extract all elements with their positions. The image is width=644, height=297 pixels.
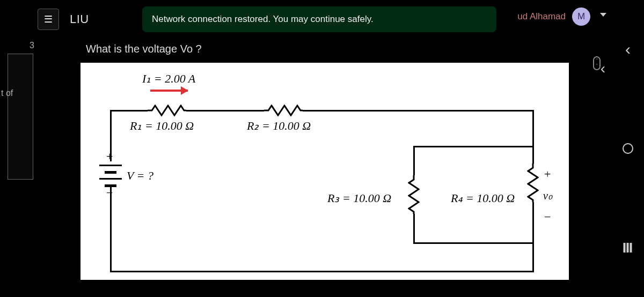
label-v: V = ? — [127, 169, 153, 183]
vo-plus: + — [544, 167, 551, 181]
circle-icon — [622, 143, 634, 154]
label-vo: v₀ — [543, 189, 552, 202]
sidebar-box — [8, 54, 33, 180]
rail-menu-button[interactable] — [619, 239, 636, 256]
sidebar-fragment-bottom: t of — [1, 88, 13, 98]
circuit-diagram: I₁ = 2.00 A R₁ = 10.00 Ω R₂ = 10.00 Ω + … — [80, 63, 569, 280]
label-r2: R₂ = 10.00 Ω — [247, 119, 311, 133]
user-name-label: ud Alhamad — [517, 11, 566, 22]
user-dropdown-caret-icon[interactable] — [600, 13, 606, 17]
svg-rect-1 — [624, 243, 625, 253]
rail-back-button[interactable]: ‹ — [619, 41, 636, 58]
battery-plus: + — [106, 150, 113, 164]
brand-label: LIU — [70, 12, 89, 26]
resistor-vo-icon — [527, 164, 539, 202]
svg-rect-3 — [630, 243, 632, 253]
sidebar-fragment-top: 3 — [30, 41, 34, 50]
question-prompt: What is the voltage Vo ? — [80, 43, 580, 55]
user-menu[interactable]: ud Alhamad M — [517, 8, 590, 26]
scroll-indicator-icon: ˄˅ — [593, 56, 601, 70]
label-r1: R₁ = 10.00 Ω — [130, 119, 194, 133]
bars-icon — [623, 243, 633, 253]
menu-button[interactable]: ☰ — [38, 9, 59, 30]
avatar: M — [572, 8, 590, 26]
rail-circle-button[interactable] — [619, 140, 636, 157]
label-i1: I₁ = 2.00 A — [142, 72, 195, 86]
resistor-r1-icon — [148, 105, 186, 116]
current-arrow-icon — [150, 90, 188, 92]
hamburger-icon: ☰ — [44, 14, 53, 24]
resistor-r3-icon — [408, 175, 420, 214]
label-r4: R₄ = 10.00 Ω — [451, 191, 515, 205]
toast-notification: Network connection restored. You may con… — [142, 6, 496, 32]
vo-minus: − — [544, 210, 551, 224]
resistor-r2-icon — [264, 105, 303, 116]
prev-arrow-button[interactable]: ‹ — [601, 60, 605, 77]
label-r3: R₃ = 10.00 Ω — [327, 191, 391, 205]
svg-point-0 — [623, 144, 633, 153]
svg-rect-2 — [627, 243, 628, 253]
